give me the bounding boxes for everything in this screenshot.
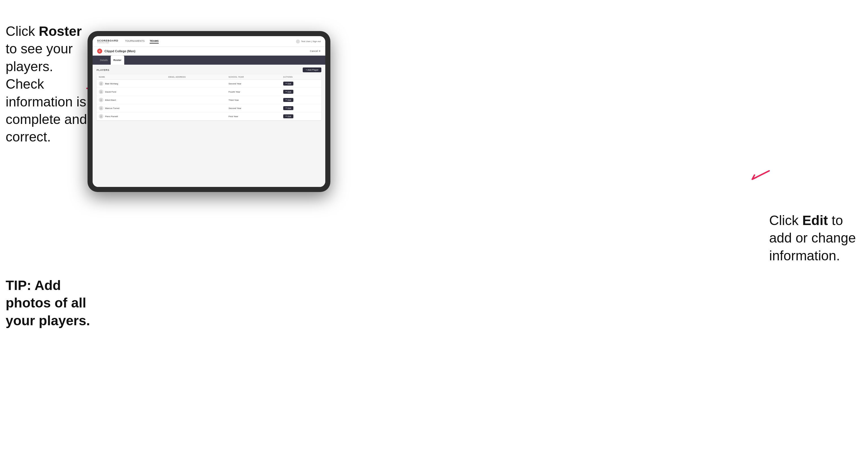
team-header: C Clippd College (Men) Cancel ✕ (93, 47, 325, 56)
pencil-icon: ✏ (285, 83, 287, 85)
player-name-cell: Piers Parnell (97, 113, 166, 121)
player-year-cell: First Year (226, 113, 281, 121)
player-email-cell (166, 96, 226, 104)
tablet-device: SCOREBOARD Powered by Clippd TOURNAMENTS… (88, 31, 330, 192)
brand-logo: SCOREBOARD Powered by Clippd (97, 39, 118, 43)
player-name: David Ford (105, 91, 116, 93)
player-name: Blair McHarg (105, 83, 118, 85)
pencil-icon: ✏ (285, 91, 287, 93)
svg-point-4 (100, 115, 102, 116)
pencil-icon: ✏ (285, 115, 287, 118)
player-avatar (99, 114, 103, 119)
player-year-cell: Third Year (226, 96, 281, 104)
edit-player-button[interactable]: ✏ Edit (283, 82, 293, 86)
right-annotation: Click Edit to add or change information. (769, 212, 860, 264)
player-name-cell: Blair McHarg (97, 80, 166, 88)
player-avatar (99, 98, 103, 102)
edit-player-button[interactable]: ✏ Edit (283, 90, 293, 94)
nav-links: TOURNAMENTS TEAMS (125, 39, 296, 43)
player-year-cell: Second Year (226, 104, 281, 113)
svg-point-2 (100, 99, 102, 100)
nav-user-area: Test User | Sign out (296, 39, 321, 43)
player-email-cell (166, 88, 226, 96)
add-player-label: + Add Player (306, 69, 318, 71)
svg-point-0 (100, 83, 102, 84)
tip-annotation: TIP: Add photos of all your players. (6, 277, 93, 330)
col-actions: ACTIONS (281, 74, 321, 80)
table-row: Blair McHarg Second Year ✏ Edit (97, 80, 321, 88)
tabs-bar: Details Roster (93, 56, 325, 65)
player-avatar (99, 81, 103, 86)
edit-bold: Edit (802, 213, 828, 228)
players-header: PLAYERS + Add Player (97, 67, 321, 72)
col-name: NAME (97, 74, 166, 80)
brand-subtitle: Powered by Clippd (97, 42, 118, 43)
team-name: Clippd College (Men) (104, 50, 310, 53)
edit-label: Edit (288, 99, 291, 101)
player-actions-cell: ✏ Edit (281, 88, 321, 96)
nav-tournaments[interactable]: TOURNAMENTS (125, 39, 145, 43)
table-row: Elliot Ebert Third Year ✏ Edit (97, 96, 321, 104)
tab-details[interactable]: Details (97, 56, 111, 65)
player-actions-cell: ✏ Edit (281, 113, 321, 121)
player-year-cell: Second Year (226, 80, 281, 88)
add-player-button[interactable]: + Add Player (303, 67, 321, 72)
edit-player-button[interactable]: ✏ Edit (283, 98, 293, 102)
player-name-cell: Elliot Ebert (97, 96, 166, 104)
edit-player-button[interactable]: ✏ Edit (283, 114, 293, 118)
player-name: Elliot Ebert (105, 99, 116, 101)
player-name-cell: David Ford (97, 88, 166, 96)
table-row: Marcus Turner Second Year ✏ Edit (97, 104, 321, 113)
cancel-button[interactable]: Cancel ✕ (310, 50, 321, 53)
svg-point-1 (100, 91, 102, 92)
nav-teams[interactable]: TEAMS (150, 39, 159, 43)
player-name-cell: Marcus Turner (97, 104, 166, 113)
user-avatar-icon (296, 39, 300, 43)
edit-arrow (747, 166, 772, 184)
player-email-cell (166, 104, 226, 113)
edit-label: Edit (288, 83, 291, 85)
svg-point-3 (100, 107, 102, 108)
app-navbar: SCOREBOARD Powered by Clippd TOURNAMENTS… (93, 36, 325, 47)
left-annotation-top: Click Roster to see your players. Check … (6, 23, 88, 146)
user-text: Test User | Sign out (301, 40, 321, 43)
edit-label: Edit (288, 91, 291, 93)
content-area: PLAYERS + Add Player NAME EMAIL ADDRESS … (93, 65, 325, 187)
player-actions-cell: ✏ Edit (281, 104, 321, 113)
pencil-icon: ✏ (285, 107, 287, 109)
tab-roster[interactable]: Roster (111, 56, 125, 65)
edit-label: Edit (288, 116, 291, 118)
roster-table: NAME EMAIL ADDRESS SCHOOL YEAR ACTIONS B… (97, 74, 321, 120)
col-email: EMAIL ADDRESS (166, 74, 226, 80)
player-name: Marcus Turner (105, 107, 120, 110)
edit-player-button[interactable]: ✏ Edit (283, 106, 293, 110)
table-row: David Ford Fourth Year ✏ Edit (97, 88, 321, 96)
player-email-cell (166, 80, 226, 88)
roster-bold: Roster (39, 24, 82, 39)
player-year-cell: Fourth Year (226, 88, 281, 96)
table-row: Piers Parnell First Year ✏ Edit (97, 113, 321, 121)
player-email-cell (166, 113, 226, 121)
edit-label: Edit (288, 107, 291, 109)
player-avatar (99, 106, 103, 111)
player-actions-cell: ✏ Edit (281, 80, 321, 88)
players-section-label: PLAYERS (97, 69, 109, 71)
player-name: Piers Parnell (105, 115, 118, 118)
col-school-year: SCHOOL YEAR (226, 74, 281, 80)
player-avatar (99, 90, 103, 94)
team-logo-icon: C (97, 49, 102, 54)
player-actions-cell: ✏ Edit (281, 96, 321, 104)
tablet-screen: SCOREBOARD Powered by Clippd TOURNAMENTS… (93, 36, 325, 187)
pencil-icon: ✏ (285, 99, 287, 101)
